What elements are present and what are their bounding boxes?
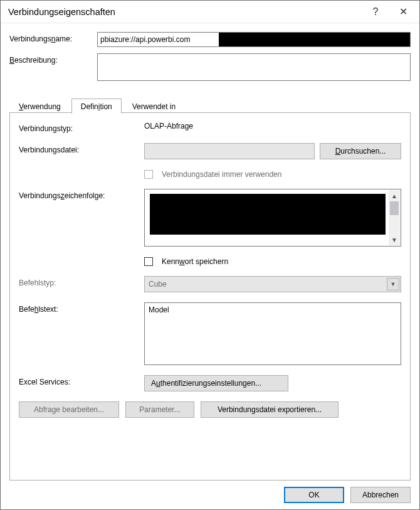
tab-definition[interactable]: Definition [71,98,122,114]
save-password-label: Kennwort speichern [162,257,228,266]
export-connection-file-button[interactable]: Verbindungsdatei exportieren... [201,401,339,418]
connection-type-label: Verbindungstyp: [19,122,144,133]
ok-button[interactable]: OK [284,487,344,503]
connection-string-label: Verbindungszeichenfolge: [19,189,144,200]
connection-name-redaction [219,33,410,46]
always-use-file-checkbox-row: Verbindungsdatei immer verwenden [144,169,401,179]
connection-name-field-wrap [97,32,411,47]
excel-services-row: Excel Services: Authentifizierungseinste… [19,375,401,391]
always-use-file-checkbox [144,170,153,179]
tabstrip: Verwendung Definition Verwendet in [9,97,411,113]
scroll-down-icon[interactable]: ▼ [389,234,400,245]
connection-file-input [144,143,315,159]
save-password-checkbox[interactable] [144,257,153,266]
tab-used-in[interactable]: Verwendet in [123,98,185,114]
connection-properties-dialog: Verbindungseigenschaften ? ✕ Verbindungs… [0,0,420,510]
command-text-label: Befehlstext: [19,302,144,314]
connection-name-label: Verbindungsname: [9,32,97,43]
command-type-value: Cube [149,280,167,289]
auth-settings-button[interactable]: Authentifizierungseinstellungen... [144,375,288,391]
connection-string-scrollbar[interactable]: ▲ ▼ [389,190,400,245]
command-type-row: Befehlstyp: Cube ▼ [19,276,401,292]
cancel-button[interactable]: Abbrechen [350,487,411,503]
chevron-down-icon: ▼ [387,278,399,290]
connection-string-redaction [150,194,386,235]
description-textarea[interactable] [97,53,411,81]
command-text-textarea[interactable]: Model [144,302,401,365]
connection-name-row: Verbindungsname: [9,32,411,47]
command-text-row: Befehlstext: Model [19,302,401,365]
connection-type-value: OLAP-Abfrage [144,122,401,130]
tab-usage[interactable]: Verwendung [9,98,70,114]
close-button[interactable]: ✕ [389,1,417,23]
excel-services-label: Excel Services: [19,375,144,386]
always-use-file-label: Verbindungsdatei immer verwenden [162,169,281,179]
scroll-thumb[interactable] [390,201,399,215]
description-label: Beschreibung: [9,53,97,65]
dialog-footer: OK Abbrechen [1,481,419,509]
edit-query-button: Abfrage bearbeiten... [19,401,119,418]
connection-type-row: Verbindungstyp: OLAP-Abfrage [19,122,401,133]
connection-file-label: Verbindungsdatei: [19,143,144,154]
description-row: Beschreibung: [9,53,411,83]
definition-button-row: Abfrage bearbeiten... Parameter... Verbi… [19,401,401,418]
save-password-row: Kennwort speichern [144,257,401,266]
scroll-up-icon[interactable]: ▲ [389,190,400,201]
parameters-button: Parameter... [125,401,194,418]
browse-button[interactable]: Durchsuchen... [320,143,401,159]
command-type-select: Cube ▼ [144,276,401,292]
command-type-label: Befehlstyp: [19,276,144,287]
connection-string-textarea[interactable]: ▲ ▼ [144,189,401,247]
connection-file-row: Verbindungsdatei: Durchsuchen... Verbind… [19,143,401,179]
tab-definition-panel: Verbindungstyp: OLAP-Abfrage Verbindungs… [9,113,411,481]
dialog-title: Verbindungseigenschaften [8,7,362,17]
dialog-body: Verbindungsname: Beschreibung: Verwendun… [1,23,419,481]
help-button[interactable]: ? [362,1,389,23]
connection-string-row: Verbindungszeichenfolge: ▲ ▼ [19,189,401,266]
titlebar: Verbindungseigenschaften ? ✕ [1,1,419,23]
